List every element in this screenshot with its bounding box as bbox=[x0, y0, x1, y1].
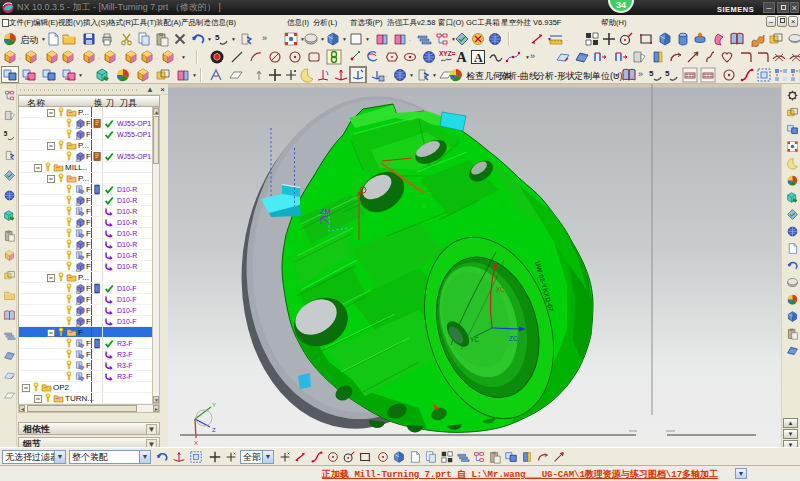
svg-text:Z: Z bbox=[212, 427, 216, 433]
svg-text:XC: XC bbox=[496, 286, 505, 293]
svg-text:ZC: ZC bbox=[509, 335, 518, 342]
svg-text:X: X bbox=[194, 440, 198, 446]
svg-text:YC: YC bbox=[470, 336, 479, 343]
svg-text:ZM: ZM bbox=[320, 207, 331, 216]
svg-text:Y: Y bbox=[212, 402, 216, 408]
